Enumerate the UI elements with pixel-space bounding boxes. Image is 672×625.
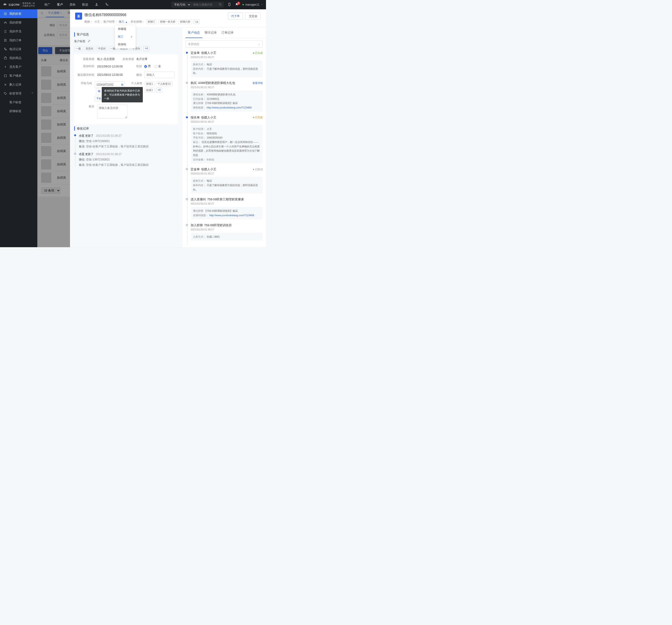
- nav-lost[interactable]: 流失客户: [0, 62, 37, 71]
- nav-delrec[interactable]: 删人记录: [0, 80, 37, 89]
- nav-students[interactable]: 我的学员: [0, 27, 37, 36]
- search-box: 手机号码: [171, 2, 224, 8]
- copy-icon[interactable]: [96, 88, 102, 95]
- drawer-subtitle: 昵称：小王 | 客户经理：张三 ▴ | 所在群聊： 群聊三 群聊一群大群 群聊六…: [85, 19, 200, 24]
- top-right: 手机号码 5 manager11: [171, 2, 263, 8]
- dropdown-item[interactable]: 俱保咏: [115, 41, 136, 48]
- chevron-down-icon: ⌄: [258, 43, 260, 46]
- tag-chip[interactable]: 高意向: [84, 46, 95, 51]
- bell-icon[interactable]: 5: [235, 3, 239, 7]
- drawer-right: 客户动态 聊天记录 订单记录 全部动态⌄ 定金单创建人小王已完成2020/01/…: [182, 28, 266, 247]
- group-chip[interactable]: 群聊三: [146, 19, 157, 24]
- remark-input[interactable]: [97, 104, 127, 119]
- feed-card: 课程名称：4399理财课进阶课大礼包已付款项：2218989元通过群聊【759-…: [191, 91, 263, 112]
- nav-group-tags[interactable]: 群聊标签: [0, 107, 37, 116]
- feed-card: 跟单方式：电话跟单内容：只是了解在线教育方面的信息，暂时无购买意向。: [191, 60, 263, 77]
- topbar: 云朵CRM 教育机构一站式服务云平台 推广 客户 质检 数据 手机号码 5 ma…: [0, 0, 266, 9]
- feed-card: 客户经理：小王客户姓名：唔吃唔吃手机号码：19833528160备注：但无论是哪…: [191, 125, 263, 164]
- phone-icon[interactable]: [105, 3, 109, 7]
- order-button[interactable]: 代下单: [228, 12, 243, 20]
- svg-point-0: [4, 4, 6, 5]
- search-input[interactable]: [191, 3, 217, 6]
- nav-tags[interactable]: 标签管理⌃: [0, 89, 37, 98]
- feed-item: 定金单创建人小王已完成2020/01/30 01:38:27跟单方式：电话跟单内…: [186, 51, 263, 77]
- svg-point-1: [96, 3, 97, 4]
- ptag[interactable]: 标签1: [145, 81, 154, 86]
- nav-data[interactable]: 数据: [82, 3, 88, 7]
- nav-inherit[interactable]: 客户继承: [0, 71, 37, 80]
- mgr-link[interactable]: 张三: [119, 20, 124, 24]
- nav-orders[interactable]: 我的订单: [0, 36, 37, 45]
- svg-rect-12: [99, 91, 100, 92]
- svg-point-2: [219, 3, 221, 5]
- history-item: 小王 更新了2021/01/30 01:38:27微信:空值-136721828…: [74, 152, 178, 167]
- link[interactable]: http://www.yunduoketang.com/?123456: [207, 106, 252, 109]
- tag-more[interactable]: +4: [143, 46, 149, 51]
- nav-customer[interactable]: 客户: [57, 3, 63, 7]
- nav-friends[interactable]: 我的好友: [0, 9, 37, 18]
- right-tabs: 客户动态 聊天记录 订单记录: [182, 28, 266, 38]
- svg-point-5: [4, 22, 5, 23]
- ptag-more[interactable]: +4: [156, 88, 162, 93]
- search-type[interactable]: 手机号码: [171, 2, 191, 8]
- device-icon[interactable]: [227, 3, 231, 7]
- svg-rect-13: [98, 90, 100, 92]
- caret-up-icon[interactable]: ▴: [126, 20, 127, 24]
- wechat-input[interactable]: [144, 72, 174, 78]
- phone-tooltip: 查询到此手机号码在系统中已存在，可以将两条客户数据合并为一条: [102, 87, 143, 102]
- svg-rect-8: [4, 57, 6, 59]
- mgr-dropdown: 师馨薇 张三✓ 俱保咏: [115, 25, 136, 49]
- dropdown-item[interactable]: 师馨薇: [115, 25, 136, 33]
- group-chip[interactable]: 群聊一群大群: [159, 19, 177, 24]
- feed-item: 加入群聊759-59班理财训练营2021/01/30 01:38:27入群方式：…: [186, 223, 263, 241]
- status-badge: 已失败: [253, 116, 263, 119]
- top-nav: 推广 客户 质检 数据: [44, 3, 109, 7]
- drawer-header: 微信名称6789990000966 昵称：小王 | 客户经理：张三 ▴ | 所在…: [70, 9, 266, 28]
- search-icon[interactable]: [217, 3, 224, 7]
- edit-icon[interactable]: [88, 40, 91, 43]
- link[interactable]: http://www.yunduoketang.com/?123456: [209, 214, 254, 217]
- user-icon[interactable]: [95, 3, 98, 7]
- user-menu[interactable]: manager11: [242, 3, 263, 6]
- tag-chip[interactable]: 中意向: [96, 46, 107, 51]
- tab-orders[interactable]: 订单记录: [219, 28, 236, 38]
- history-item: 小王 更新了2021/01/30 01:38:27微信:空值-136721828…: [74, 134, 178, 149]
- feed-card: 跟单方式：电话跟单内容：只是了解在线教育方面的信息，暂时无购买意向。: [191, 177, 263, 194]
- tab-chat[interactable]: 聊天记录: [202, 28, 219, 38]
- logo: 云朵CRM 教育机构一站式服务云平台: [3, 2, 35, 7]
- feed-item: 定金单创建人小王已取消2020/01/30 01:38:27跟单方式：电话跟单内…: [186, 167, 263, 194]
- deposit-button[interactable]: 交定金: [245, 12, 261, 20]
- nav-products[interactable]: 我的商品: [0, 54, 37, 62]
- group-more[interactable]: +4: [193, 20, 200, 24]
- activity-filter[interactable]: 全部动态⌄: [186, 41, 263, 48]
- status-badge: 已取消: [253, 168, 263, 171]
- drawer-title: 微信名称6789990000966: [85, 12, 200, 18]
- ptag[interactable]: 个人标签12: [156, 81, 172, 86]
- tab-activity[interactable]: 客户动态: [186, 28, 202, 38]
- nav-calls[interactable]: 电话记录: [0, 45, 37, 54]
- check-icon: ✓: [130, 35, 133, 39]
- left-nav: 我的好友 我的群聊 我的学员 我的订单 电话记录 我的商品 流失客户 客户继承 …: [0, 9, 37, 247]
- customer-drawer: 微信名称6789990000966 昵称：小王 | 客户经理：张三 ▴ | 所在…: [70, 9, 266, 247]
- svg-point-6: [6, 22, 6, 23]
- gender-male[interactable]: 男: [144, 65, 151, 68]
- feed-card: 通过群聊【759-59班理财训练营】购买直播间链接：http://www.yun…: [191, 207, 263, 219]
- detail-link[interactable]: 查看详情: [253, 81, 263, 85]
- nav-qc[interactable]: 质检: [70, 3, 76, 7]
- gender-female[interactable]: 女: [154, 65, 161, 68]
- group-chip[interactable]: 群聊六群: [178, 19, 192, 24]
- svg-rect-3: [229, 3, 230, 6]
- nav-cust-tags[interactable]: 客户标签: [0, 98, 37, 107]
- nav-promo[interactable]: 推广: [44, 3, 50, 7]
- tag-chip[interactable]: 一般: [74, 46, 82, 51]
- feed-item: 进入直播间759-59班第三期理财直播课2021/01/30 01:38:27通…: [186, 197, 263, 219]
- dropdown-item[interactable]: 张三✓: [115, 33, 136, 41]
- section-history: 修改记录: [74, 126, 178, 131]
- chevron-up-icon: ⌃: [31, 92, 33, 95]
- feed-card: 入群方式：扫描二维码: [191, 233, 263, 241]
- grid-icon[interactable]: ⊞: [121, 83, 123, 86]
- info-card: 获客来源线上-北京昱新好友来源名片分享 添加时间2021/09/10 12:00…: [74, 54, 178, 125]
- ptag[interactable]: 标签1: [145, 88, 154, 93]
- svg-point-11: [78, 15, 79, 16]
- nav-groups[interactable]: 我的群聊: [0, 18, 37, 27]
